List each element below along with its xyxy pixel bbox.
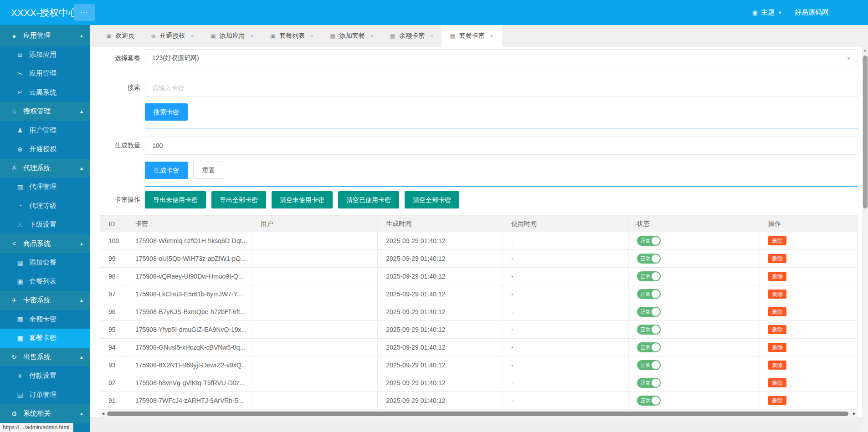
sidebar-item[interactable]: ▦ 套餐卡密 — [0, 329, 90, 348]
tab[interactable]: ▦ 套餐卡密 × — [442, 25, 501, 47]
more-button[interactable]: ··· — [74, 4, 95, 21]
sidebar-item[interactable]: ♙ 代理系统 ▲ — [0, 159, 90, 178]
tab[interactable]: ▣ 欢迎页 — [98, 25, 143, 47]
status-toggle-label: 正常 — [641, 326, 651, 333]
delete-button[interactable]: 删除 — [768, 290, 786, 299]
reset-button[interactable]: 重置 — [193, 162, 224, 179]
generate-count-input[interactable] — [152, 142, 851, 149]
sidebar-item[interactable]: ¥ 付款设置 — [0, 366, 90, 386]
card-ops-label: 卡密操作 — [90, 196, 140, 204]
sidebar-item-label: 订单管理 — [29, 391, 56, 399]
clock-icon: ◔ — [16, 202, 24, 209]
cell-used-time: - — [503, 285, 629, 303]
scroll-right-arrow-icon[interactable]: ▶ — [851, 411, 858, 417]
delete-button[interactable]: 删除 — [768, 325, 786, 334]
toggle-knob — [652, 325, 660, 334]
sidebar-item[interactable]: ⊞ 添加应用 — [0, 46, 90, 65]
status-toggle[interactable]: 正常 — [637, 254, 661, 264]
status-toggle[interactable]: 正常 — [637, 378, 661, 388]
sidebar-item[interactable]: ✂ 云黑系统 — [0, 83, 90, 102]
status-toggle[interactable]: 正常 — [637, 396, 661, 406]
tab[interactable]: ▣ 添加应用 × — [202, 25, 262, 47]
vertical-scrollbar-thumb[interactable] — [863, 56, 868, 208]
circle-icon: ● — [10, 32, 18, 40]
horizontal-scrollbar-thumb[interactable] — [107, 412, 848, 416]
package-select[interactable]: 123(好易源码网) ▼ — [145, 49, 858, 67]
cell-user — [252, 232, 378, 249]
card-op-button[interactable]: 清空已使用卡密 — [338, 191, 399, 208]
sidebar-item[interactable]: ▣ 套餐列表 — [0, 272, 90, 291]
card-op-button[interactable]: 导出全部卡密 — [211, 191, 266, 208]
delete-button[interactable]: 删除 — [768, 307, 786, 316]
cell-user — [252, 268, 378, 285]
search-card-button[interactable]: 搜索卡密 — [145, 103, 188, 121]
status-toggle[interactable]: 正常 — [637, 289, 661, 299]
close-icon[interactable]: × — [190, 32, 194, 40]
delete-button[interactable]: 删除 — [768, 343, 786, 352]
table-row: 96 175908-B7yKJS-BxmQpe-h72bEf-6ft... 20… — [100, 303, 857, 320]
agent-icon: ♙ — [10, 164, 18, 172]
sidebar-item-label: 代理管理 — [29, 183, 56, 191]
card-op-button[interactable]: 清空全部卡密 — [405, 191, 459, 208]
tab[interactable]: ▦ 余额卡密 × — [382, 25, 442, 47]
sidebar-item[interactable]: ⊕ 开通授权 — [0, 140, 90, 159]
cell-user — [252, 285, 378, 303]
tab-label: 开通授权 — [159, 32, 185, 40]
sidebar-item[interactable]: ▦ 余额卡密 — [0, 310, 90, 329]
close-icon[interactable]: × — [490, 32, 493, 40]
delete-button[interactable]: 删除 — [768, 378, 786, 387]
delete-button[interactable]: 删除 — [768, 254, 786, 263]
status-toggle[interactable]: 正常 — [637, 271, 661, 281]
status-toggle[interactable]: 正常 — [637, 342, 661, 352]
sidebar-item[interactable]: ☆ 授权管理 ▲ — [0, 102, 90, 121]
status-toggle[interactable]: 正常 — [637, 360, 661, 370]
close-icon[interactable]: × — [370, 32, 374, 40]
cell-used-time: - — [503, 374, 629, 391]
cell-created-time: 2025-09-29 01:40:12 — [378, 374, 503, 391]
cell-id: 99 — [100, 250, 127, 267]
card-op-button[interactable]: 清空未使用卡密 — [272, 191, 333, 208]
delete-button[interactable]: 删除 — [768, 396, 786, 405]
generate-card-button[interactable]: 生成卡密 — [145, 162, 188, 179]
tab[interactable]: ▦ 添加套餐 × — [322, 25, 381, 47]
close-icon[interactable]: × — [310, 32, 313, 40]
sidebar-item[interactable]: ♨ 下级设置 — [0, 215, 90, 234]
sidebar-item[interactable]: ↻ 出售系统 ▲ — [0, 348, 90, 367]
sidebar-item[interactable]: ✈ 卡密系统 ▲ — [0, 291, 90, 310]
tab[interactable]: ⊕ 开通授权 × — [143, 25, 202, 47]
cell-created-time: 2025-09-29 01:40:12 — [378, 250, 503, 267]
content-panel: 选择套餐 123(好易源码网) ▼ 搜索 搜索卡密 生成数量 生成卡密 重置 — [90, 47, 862, 432]
caret-down-icon: ▼ — [778, 10, 782, 15]
cell-user — [252, 356, 378, 374]
search-input[interactable] — [152, 84, 851, 91]
status-toggle[interactable]: 正常 — [637, 236, 661, 246]
cards-icon: ▦ — [450, 33, 455, 40]
close-icon[interactable]: × — [250, 32, 254, 40]
card-op-button[interactable]: 导出未使用卡密 — [145, 191, 206, 208]
close-icon[interactable]: × — [430, 32, 433, 40]
delete-button[interactable]: 删除 — [768, 236, 786, 245]
sidebar-item[interactable]: ● 应用管理 ▲ — [0, 26, 90, 46]
delete-button[interactable]: 删除 — [768, 361, 786, 370]
scroll-left-arrow-icon[interactable]: ◀ — [100, 411, 106, 417]
sidebar-item[interactable]: < 商品系统 ▲ — [0, 234, 90, 254]
section-divider — [145, 186, 858, 187]
sidebar-item[interactable]: ▥ 代理管理 — [0, 178, 90, 197]
window-icon: ▣ — [270, 33, 276, 40]
delete-button[interactable]: 删除 — [768, 272, 786, 281]
sidebar-item[interactable]: ▦ 添加套餐 — [0, 253, 90, 272]
status-toggle[interactable]: 正常 — [637, 307, 661, 317]
tab[interactable]: ▣ 套餐列表 × — [262, 25, 322, 47]
site-link[interactable]: 好易源码网 — [795, 8, 829, 17]
sidebar-item-label: 用户管理 — [29, 126, 56, 135]
cell-used-time: - — [503, 339, 629, 356]
table-row: 91 175908-7WFcJ4-zARHTJ-9ArVRh-5... 2025… — [100, 391, 857, 409]
theme-menu[interactable]: ▣ 主题 ▼ — [752, 8, 782, 17]
scroll-up-arrow-icon[interactable]: ▲ — [862, 47, 868, 54]
sidebar-item[interactable]: ♟ 用户管理 — [0, 121, 90, 140]
sidebar-item[interactable]: ▤ 订单管理 — [0, 386, 90, 405]
sidebar-item[interactable]: ⚙ 系统相关 ▲ — [0, 404, 90, 423]
status-toggle[interactable]: 正常 — [637, 325, 661, 335]
sidebar-item[interactable]: ◔ 代理等级 — [0, 197, 90, 216]
sidebar-item[interactable]: ✂ 应用管理 — [0, 64, 90, 83]
